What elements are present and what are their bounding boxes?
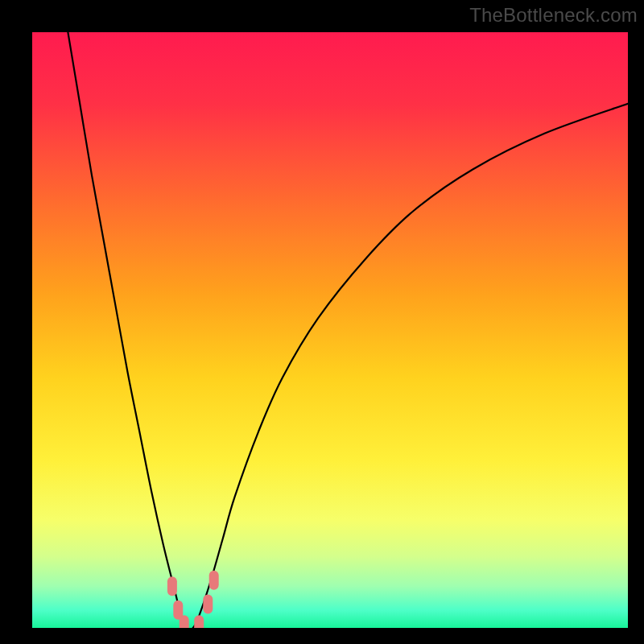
- gradient-background: [32, 32, 628, 628]
- chart-frame: TheBottleneck.com: [0, 0, 644, 644]
- plot-area: [32, 32, 628, 628]
- svg-rect-0: [32, 32, 628, 628]
- watermark-text: TheBottleneck.com: [469, 4, 638, 27]
